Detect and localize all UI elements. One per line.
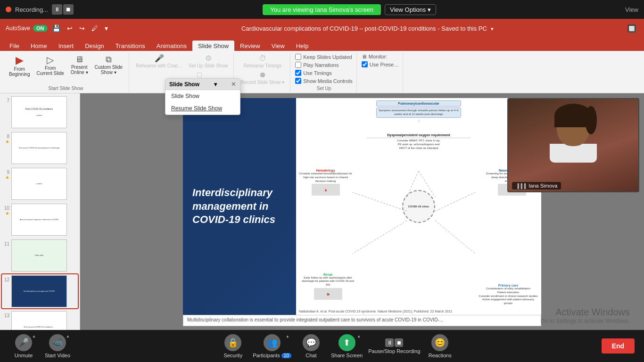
autosave-toggle[interactable]: ON [33,25,48,32]
show-media-checkbox[interactable] [295,78,301,84]
diagram-area: Pulmonary/cardiovascular Symptom assessm… [296,98,541,315]
start-video-btn[interactable]: 📹 ▲ Start Video [43,334,72,358]
zoom-top-bar: Recording... ⏸ ⏹ You are viewing Iana Si… [0,0,644,19]
use-timings-checkbox[interactable] [295,70,301,76]
dropdown-close-btn[interactable]: ✕ [231,81,236,88]
view-btn[interactable]: View [625,6,638,13]
save-icon-btn[interactable]: 💾 [50,24,62,33]
zoom-bottom-right: End [602,338,635,354]
primary-care-section: Primary care Consideration of early reha… [478,284,539,305]
pause-stop-icons: ⏸ ⏹ [385,338,403,347]
check-keep-slides[interactable]: Keep Slides Updated [295,54,353,60]
zoom-bottom-center: 🔒 Security 👥 ▲ Participants 10 💬 Chat ⬆ … [219,334,454,358]
check-play-narrations[interactable]: Play Narrations [295,62,353,68]
check-use-timings[interactable]: Use Timings [295,70,353,76]
check-use-presenter[interactable]: Use Prese… [362,61,399,67]
slide-panel[interactable]: 7 Post-COVID-19 conditionscontent 8★ Pos… [0,93,80,362]
menu-tab-transitions[interactable]: Transitions [110,41,151,51]
rehearse-coach-btn[interactable]: 🎤 Rehearse with Coac… [134,54,185,69]
covid-clinic-label: COVID-19 clinic [402,190,435,223]
participants-caret[interactable]: ▲ [286,334,289,338]
present-online-btn[interactable]: 🖥 PresentOnline ▾ [68,54,91,76]
record-slideshow-btn[interactable]: ⏺ Record Slide Show ▾ [239,70,286,86]
slide-thumb-11[interactable]: 11 Table slide [2,239,78,272]
share-screen-icon: ⬆ [339,334,355,351]
from-current-btn[interactable]: ▷ FromCurrent Slide [34,54,66,77]
keep-slides-checkbox[interactable] [295,54,301,60]
menu-tab-design[interactable]: Design [79,41,109,51]
security-btn[interactable]: 🔒 Security [219,334,247,358]
stop-recording-btn[interactable]: ⏹ [63,4,74,15]
menu-tab-insert[interactable]: Insert [53,41,80,51]
ribbon-group-setup: Keep Slides Updated Play Narrations Use … [291,53,357,93]
svg-line-4 [353,221,407,254]
ppt-titlebar: AutoSave ON 💾 ↩ ↪ 🖊 ▾ Cardiovascular com… [0,19,644,38]
more-tools-btn[interactable]: 🖊 [90,24,100,33]
check-show-media[interactable]: Show Media Controls [295,78,353,84]
ribbon-group-label-setup: Set Up [317,86,331,92]
ppt-ribbon: ▶ FromBeginning ▷ FromCurrent Slide 🖥 Pr… [0,51,644,93]
close-btn[interactable]: 🔲 [625,23,638,34]
chat-icon: 💬 [303,334,320,351]
zoom-top-right: View [625,6,638,13]
redo-btn[interactable]: ↪ [77,24,87,33]
unmute-label: Unmute [15,353,33,358]
pause-stop-recording-btn[interactable]: ⏸ ⏹ Pause/Stop Recording [368,338,420,354]
presenter-face [550,108,597,170]
use-presenter-checkbox[interactable] [362,61,368,67]
svg-line-5 [435,221,475,254]
dropdown-item-resume[interactable]: Resume Slide Show [165,102,240,115]
slide-right-panel: Pulmonary/cardiovascular Symptom assessm… [296,98,541,315]
menu-tab-home[interactable]: Home [25,41,53,51]
slide-thumb-12[interactable]: 12 Interdisciplinary management COVID [2,274,78,308]
ribbon-group-timings: ⏱ Rehearse Timings ⏺ Record Slide Show ▾ [235,53,290,93]
undo-btn[interactable]: ↩ [65,24,74,33]
ribbon-checkboxes-setup: Keep Slides Updated Play Narrations Use … [295,54,353,84]
menu-tab-slideshow[interactable]: Slide Show [192,41,234,51]
slide-thumb-7[interactable]: 7 Post-COVID-19 conditionscontent [2,95,78,129]
participants-btn[interactable]: 👥 ▲ Participants 10 [253,334,291,358]
menu-tab-view[interactable]: View [266,41,290,51]
slide-canvas-inner: Interdisciplinary management in COVID-19… [183,98,541,315]
from-beginning-btn[interactable]: ▶ FromBeginning [7,54,32,78]
slide-thumb-8[interactable]: 8★ Post-acute COVID-19 prescriptions for… [2,131,78,165]
slide-thumb-10[interactable]: 10★ Axis to improve long-term outcomes i… [2,203,78,237]
ribbon-buttons-start: ▶ FromBeginning ▷ FromCurrent Slide 🖥 Pr… [7,54,125,86]
pulmonary-text: Symptom assessment through virtual/in-pe… [376,107,461,118]
record-slideshow-icon: ⏺ [259,71,266,79]
share-screen-caret[interactable]: ▲ [357,334,361,338]
unmute-btn[interactable]: 🎤 ▲ Unmute [9,334,38,358]
participants-label: Participants 10 [253,353,291,358]
hematology-section: Hematology Consider extended thromboprop… [298,169,353,197]
dropdown-item-slideshow[interactable]: Slide Show [165,90,240,102]
menu-tab-animations[interactable]: Animations [151,41,192,51]
from-current-icon: ▷ [47,55,54,65]
menu-tab-help[interactable]: Help [290,41,314,51]
reactions-icon: 😊 [431,334,448,351]
play-narrations-checkbox[interactable] [295,62,301,68]
start-video-label: Start Video [45,353,70,358]
custom-slideshow-icon: ⧉ [106,55,112,64]
dropdown-header-label: Slide Show [169,81,199,88]
zoom-bottom-left: 🎤 ▲ Unmute 📹 ▲ Start Video [9,334,72,358]
menu-tab-file[interactable]: File [4,41,25,51]
view-options-btn[interactable]: View Options ▾ [385,4,436,15]
video-caret[interactable]: ▲ [66,334,70,338]
dropdown-arrow-icon: ▾ [214,81,217,88]
reactions-btn[interactable]: 😊 Reactions [426,334,454,358]
chat-btn[interactable]: 💬 Chat [297,334,325,358]
ribbon-monitor-group: 🖥 Monitor: Use Prese… [362,54,399,67]
monitor-label: 🖥 Monitor: [362,54,399,59]
dyspnea-title: Dyspnea/persistent oxygen requirement [367,133,471,138]
setup-slideshow-btn[interactable]: ⚙ Set Up Slide Show [187,54,230,69]
unmute-caret[interactable]: ▲ [32,334,36,338]
end-btn[interactable]: End [602,338,635,354]
rehearse-timings-btn[interactable]: ⏱ Rehearse Timings [239,54,286,69]
slide-thumb-9[interactable]: 9★ content [2,167,78,201]
share-screen-btn[interactable]: ⬆ ▲ Share Screen [331,334,363,358]
quick-access-btn[interactable]: ▾ [103,24,110,33]
pause-recording-btn[interactable]: ⏸ [52,4,62,15]
custom-slideshow-btn[interactable]: ⧉ Custom SlideShow ▾ [92,54,125,76]
menu-tab-review[interactable]: Review [234,41,266,51]
start-video-icon: 📹 [49,334,66,351]
